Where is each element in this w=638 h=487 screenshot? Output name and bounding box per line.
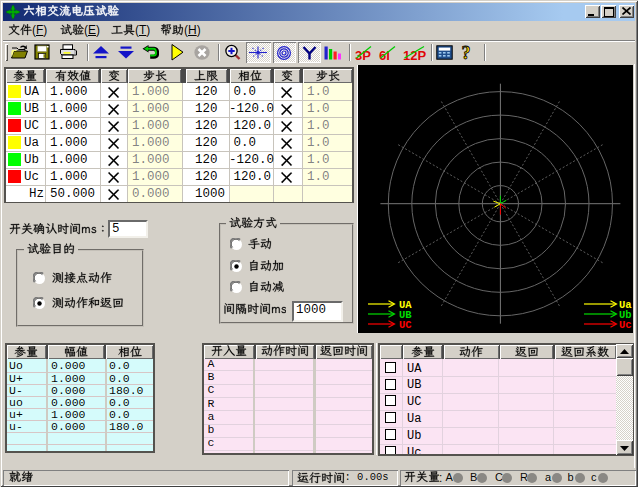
svg-text:UC: UC [399, 319, 412, 331]
svg-text:Uc: Uc [619, 319, 632, 331]
